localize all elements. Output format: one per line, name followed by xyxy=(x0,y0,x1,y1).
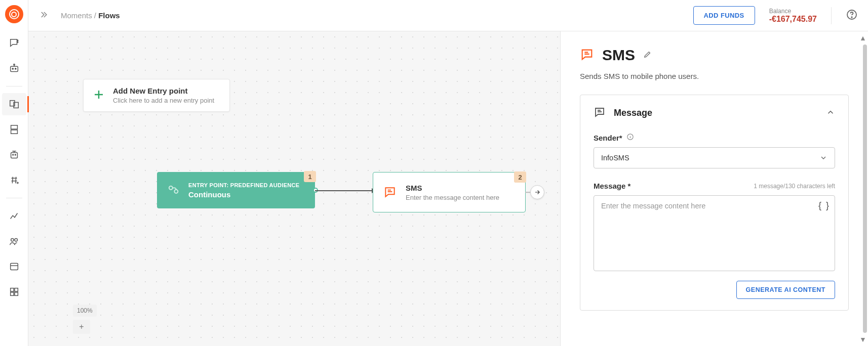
message-section-title: Message xyxy=(614,108,818,118)
chart-line-icon xyxy=(9,210,20,222)
nav-bot-icon[interactable] xyxy=(2,57,26,79)
entry-node-value: Continuous xyxy=(188,190,299,199)
nav-analytics-icon[interactable] xyxy=(2,205,26,227)
header-divider xyxy=(831,7,832,24)
details-panel: SMS Sends SMS to mobile phone users. Mes… xyxy=(560,31,868,346)
breadcrumb-current: Flows xyxy=(98,11,120,20)
svg-rect-8 xyxy=(11,125,17,129)
svg-point-12 xyxy=(15,154,16,155)
nav-card-icon[interactable] xyxy=(2,255,26,278)
sender-label: Sender* xyxy=(594,133,634,142)
message-counter: 1 message/130 characters left xyxy=(754,183,835,190)
robot-icon xyxy=(9,149,20,160)
generate-ai-content-button[interactable]: GENERATE AI CONTENT xyxy=(736,281,835,299)
plus-icon xyxy=(93,89,105,102)
chat-bubble-icon xyxy=(9,37,20,49)
message-label: Message * xyxy=(594,182,630,190)
sender-selected-value: InfoSMS xyxy=(601,154,629,162)
entry-point-node[interactable]: ENTRY POINT: PREDEFINED AUDIENCE Continu… xyxy=(157,172,315,208)
scroll-down-button[interactable]: ▼ xyxy=(857,334,868,345)
sms-node-out-port[interactable] xyxy=(530,185,544,199)
svg-point-0 xyxy=(17,40,18,41)
rename-button[interactable] xyxy=(643,50,652,60)
flows-icon xyxy=(9,99,20,110)
svg-point-14 xyxy=(14,239,17,242)
sms-node-title: SMS xyxy=(406,184,499,192)
left-nav-rail xyxy=(0,0,28,346)
panel-title: SMS xyxy=(602,47,635,64)
flow-canvas[interactable]: Add New Entry point Click here to add a … xyxy=(28,31,560,346)
breadcrumb: Moments / Flows xyxy=(61,11,120,20)
rail-divider xyxy=(6,86,22,87)
nav-flows-icon[interactable] xyxy=(2,93,26,115)
svg-rect-2 xyxy=(10,66,18,71)
scroll-track[interactable] xyxy=(863,45,867,333)
svg-point-21 xyxy=(851,17,852,18)
balance-display: Balance -€167,745.97 xyxy=(769,8,817,24)
nav-people-icon[interactable] xyxy=(2,230,26,252)
svg-point-23 xyxy=(174,190,178,193)
svg-point-22 xyxy=(169,186,173,190)
arrow-right-icon xyxy=(534,189,541,196)
sender-info-button[interactable] xyxy=(626,133,634,142)
sms-icon xyxy=(382,185,398,200)
svg-point-1 xyxy=(17,41,18,42)
sms-node-subtitle: Enter the message content here xyxy=(406,194,499,201)
message-section-icon xyxy=(594,106,606,120)
svg-rect-10 xyxy=(11,152,17,158)
nav-chat-icon[interactable] xyxy=(2,32,26,54)
add-entry-title: Add New Entry point xyxy=(113,87,214,95)
expand-rail-button[interactable] xyxy=(38,10,49,21)
brand-logo[interactable] xyxy=(5,5,23,23)
zoom-controls: 100% + xyxy=(73,305,97,334)
chevron-down-icon xyxy=(819,154,827,162)
insert-variable-button[interactable]: { } xyxy=(818,200,830,211)
collapse-section-button[interactable] xyxy=(826,108,835,118)
add-entry-point-card[interactable]: Add New Entry point Click here to add a … xyxy=(83,79,230,112)
message-textarea[interactable] xyxy=(594,195,835,271)
rail-divider xyxy=(6,198,22,198)
add-funds-button[interactable]: ADD FUNDS xyxy=(693,6,755,25)
balance-value: -€167,745.97 xyxy=(769,15,817,24)
bot-icon xyxy=(9,63,20,74)
svg-rect-17 xyxy=(14,288,17,291)
grid-icon xyxy=(9,286,20,297)
panel-description: Sends SMS to mobile phone users. xyxy=(580,72,849,80)
top-header: Moments / Flows ADD FUNDS Balance -€167,… xyxy=(28,0,868,31)
svg-rect-19 xyxy=(14,292,17,295)
svg-point-4 xyxy=(15,68,16,69)
nav-grid-icon[interactable] xyxy=(2,281,26,303)
entry-node-label: ENTRY POINT: PREDEFINED AUDIENCE xyxy=(188,182,299,188)
add-entry-subtitle: Click here to add a new entry point xyxy=(113,97,214,104)
entry-node-badge: 1 xyxy=(304,171,316,182)
help-circle-icon xyxy=(846,9,858,21)
nav-templates-icon[interactable] xyxy=(2,118,26,141)
scroll-up-button[interactable]: ▲ xyxy=(857,32,868,44)
svg-rect-16 xyxy=(10,288,13,291)
nav-robot-icon[interactable] xyxy=(2,144,26,166)
svg-point-13 xyxy=(11,239,13,242)
message-section: Message Sender* xyxy=(580,95,849,311)
layers-icon xyxy=(9,124,20,135)
sms-node[interactable]: SMS Enter the message content here 2 xyxy=(373,172,526,212)
breadcrumb-parent[interactable]: Moments xyxy=(61,11,92,20)
pencil-icon xyxy=(643,50,652,59)
svg-point-3 xyxy=(12,68,13,69)
audience-icon xyxy=(166,183,180,197)
sender-select[interactable]: InfoSMS xyxy=(594,147,835,168)
svg-point-5 xyxy=(13,64,14,65)
sms-node-badge: 2 xyxy=(514,171,526,183)
badge-icon xyxy=(9,261,20,272)
people-icon xyxy=(9,236,20,247)
svg-rect-9 xyxy=(11,130,17,134)
help-button[interactable] xyxy=(846,9,858,22)
info-circle-icon xyxy=(626,133,634,141)
hash-icon xyxy=(9,175,20,186)
chevron-up-icon xyxy=(826,108,835,117)
flow-connector xyxy=(315,190,377,191)
nav-tags-icon[interactable] xyxy=(2,169,26,191)
zoom-in-button[interactable]: + xyxy=(73,320,90,334)
svg-rect-18 xyxy=(10,292,13,295)
zoom-level[interactable]: 100% xyxy=(73,305,97,317)
svg-point-11 xyxy=(12,154,13,155)
